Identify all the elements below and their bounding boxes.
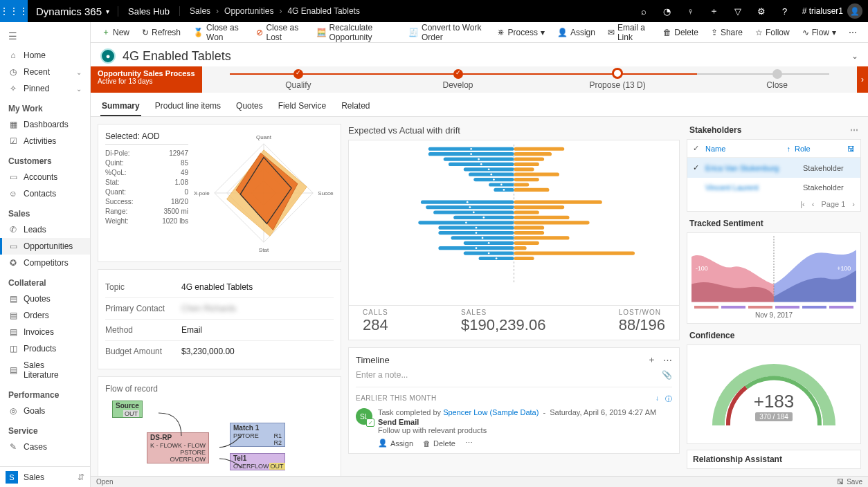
tab-related[interactable]: Related <box>340 97 371 116</box>
tab-summary[interactable]: Summary <box>100 97 141 116</box>
crumb-opportunities[interactable]: Opportunities <box>224 6 273 16</box>
bpf-stage-develop[interactable]: Develop <box>378 66 538 93</box>
page-next-icon[interactable]: › <box>852 200 855 208</box>
nav-activities[interactable]: ☑Activities <box>0 133 90 149</box>
bpf-name[interactable]: Opportunity Sales Process Active for 13 … <box>91 66 202 93</box>
nav-goals[interactable]: ◎Goals <box>0 403 90 419</box>
nav-competitors[interactable]: ✪Competitors <box>0 255 90 271</box>
tab-quotes[interactable]: Quotes <box>235 97 264 116</box>
email-link-button[interactable]: ✉Email a Link <box>602 23 656 42</box>
nav-home[interactable]: ⌂Home <box>0 47 90 64</box>
new-button[interactable]: ＋New <box>96 23 135 42</box>
expand-header-button[interactable]: ⌄ <box>851 51 858 61</box>
stakeholder-name[interactable]: Vincent Laurent <box>705 183 803 192</box>
nav-dashboards[interactable]: ▦Dashboards <box>0 116 90 133</box>
check-icon[interactable]: ✓ <box>693 144 705 153</box>
hamburger-icon[interactable]: ☰ <box>0 28 90 47</box>
settings-icon[interactable]: ⚙ <box>750 0 773 22</box>
overflow-button[interactable]: ⋯ <box>843 23 862 42</box>
close-lost-button[interactable]: ⊘Close as Lost <box>251 23 309 42</box>
nav-pinned[interactable]: ✧Pinned⌄ <box>0 80 90 97</box>
nav-label: Cases <box>24 442 47 452</box>
entry-more-button[interactable]: ⋯ <box>465 439 473 448</box>
page-first-icon[interactable]: |‹ <box>800 200 805 208</box>
nav-recent[interactable]: ◷Recent⌄ <box>0 64 90 80</box>
nav-quotes[interactable]: ▤Quotes <box>0 291 90 307</box>
field-label: Primary Contact <box>105 304 181 313</box>
add-icon[interactable]: ＋ <box>647 353 656 366</box>
relationship-assistant-title[interactable]: Relationship Assistant <box>687 450 861 469</box>
note-input[interactable]: Enter a note...📎 <box>356 366 672 387</box>
convert-button[interactable]: 🧾Convert to Work Order <box>403 23 490 42</box>
refresh-button[interactable]: ↻Refresh <box>136 23 186 42</box>
nav-sales-literature[interactable]: ▤Sales Literature <box>0 357 90 383</box>
nav-icon: ✧ <box>8 84 18 93</box>
save-button[interactable]: 🖫Save <box>837 478 862 486</box>
share-button[interactable]: ⇪Share <box>705 23 748 42</box>
page-prev-icon[interactable]: ‹ <box>812 200 815 208</box>
info-icon[interactable]: ⓘ <box>665 394 673 404</box>
bpf-stage-propose[interactable]: Propose (13 D) <box>538 66 698 93</box>
delete-button[interactable]: 🗑Delete <box>658 23 704 42</box>
add-icon[interactable]: ＋ <box>703 0 726 22</box>
field-value[interactable]: 4G enabled Tablets <box>181 282 253 292</box>
task-icon[interactable]: ◔ <box>655 0 679 22</box>
sort-icon[interactable]: ↑ <box>787 145 791 153</box>
help-icon[interactable]: ? <box>773 0 797 22</box>
more-icon[interactable]: ⋯ <box>850 125 858 135</box>
nav-cases[interactable]: ✎Cases <box>0 439 90 455</box>
search-icon[interactable]: ⌕ <box>632 0 655 22</box>
save-icon[interactable]: 🖫 <box>847 145 855 153</box>
close-won-button[interactable]: 🏅Close as Won <box>188 23 249 42</box>
col-role[interactable]: Role <box>795 145 843 153</box>
stakeholder-row[interactable]: ✓Erica Van StukenburgStakeholder <box>687 158 860 178</box>
app-name[interactable]: Dynamics 365▾ <box>28 6 118 17</box>
area-picker[interactable]: S Sales ⇵ <box>0 466 90 487</box>
tab-product-line-items[interactable]: Product line items <box>154 97 222 116</box>
tab-field-service[interactable]: Field Service <box>277 97 327 116</box>
radar-stat: Quant:0 <box>105 187 188 197</box>
nav-icon: ✆ <box>8 225 18 235</box>
field-label: Budget Amount <box>105 347 181 356</box>
user-menu[interactable]: # trialuser1👤 <box>797 3 868 19</box>
nav-products[interactable]: ◫Products <box>0 340 90 357</box>
assign-button[interactable]: 👤Assign <box>552 23 601 42</box>
app-launcher[interactable]: ⋮⋮⋮ <box>0 0 28 22</box>
follow-button[interactable]: ☆Follow <box>750 23 795 42</box>
entry-assign-button[interactable]: 👤Assign <box>378 439 413 448</box>
bpf-advance-button[interactable]: › <box>857 66 868 93</box>
hub-name[interactable]: Sales Hub <box>118 6 179 17</box>
flow-button[interactable]: ∿Flow ▾ <box>797 23 842 42</box>
cmd-label: Process <box>508 28 538 37</box>
stakeholder-row[interactable]: Vincent LaurentStakeholder <box>687 178 860 197</box>
assist-icon[interactable]: ♀ <box>679 0 703 22</box>
recalc-button[interactable]: 🧮Recalculate Opportunity <box>311 23 401 42</box>
sort-icon[interactable]: ↓ <box>655 394 660 404</box>
col-name[interactable]: Name <box>705 145 787 153</box>
bpf-stage-qualify[interactable]: Qualify <box>219 66 379 93</box>
timeline-user-link[interactable]: Spencer Low (Sample Data) <box>443 408 539 416</box>
bpf-stage-close[interactable]: Close <box>697 66 857 93</box>
nav-icon: ▤ <box>8 294 18 304</box>
nav-accounts[interactable]: ▭Accounts <box>0 169 90 185</box>
attach-icon[interactable]: 📎 <box>662 370 672 380</box>
more-icon[interactable]: ⋯ <box>663 355 672 365</box>
nav-invoices[interactable]: ▤Invoices <box>0 324 90 340</box>
field-value[interactable]: Chen Richards <box>181 304 236 313</box>
cmd-label: New <box>113 28 129 37</box>
stakeholder-name[interactable]: Erica Van Stukenburg <box>705 164 803 172</box>
stage-node <box>453 69 463 79</box>
svg-rect-15 <box>514 147 565 151</box>
field-value[interactable]: Email <box>181 325 202 335</box>
nav-leads[interactable]: ✆Leads <box>0 221 90 238</box>
process-button[interactable]: ⛯Process ▾ <box>491 23 550 42</box>
nav-opportunities[interactable]: ▭Opportunities <box>0 238 90 255</box>
crumb-sales[interactable]: Sales <box>190 6 210 16</box>
field-value[interactable]: $3,230,000.00 <box>181 347 235 356</box>
filter-icon[interactable]: ▽ <box>726 0 750 22</box>
nav-contacts[interactable]: ☺Contacts <box>0 185 90 202</box>
entry-delete-button[interactable]: 🗑Delete <box>423 439 455 448</box>
stakeholders-title: Stakeholders <box>689 125 741 135</box>
record-color-dot: ● <box>100 48 116 64</box>
nav-orders[interactable]: ▤Orders <box>0 307 90 324</box>
